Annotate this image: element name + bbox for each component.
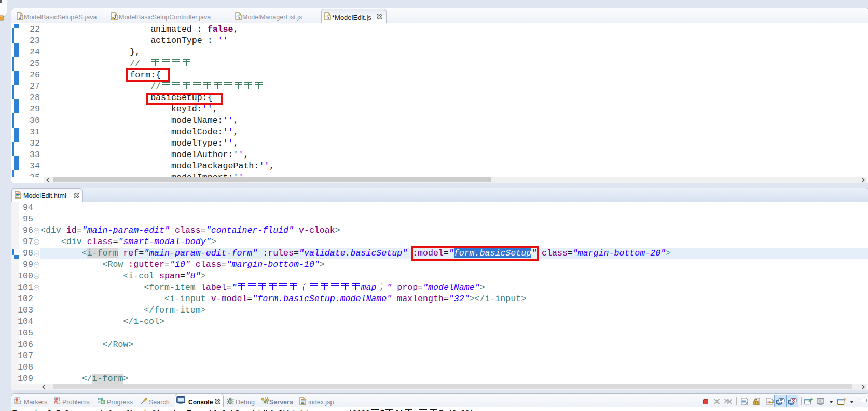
- svg-text:x: x: [55, 401, 57, 404]
- svg-text:s: s: [327, 16, 329, 20]
- svg-text:s: s: [238, 16, 240, 20]
